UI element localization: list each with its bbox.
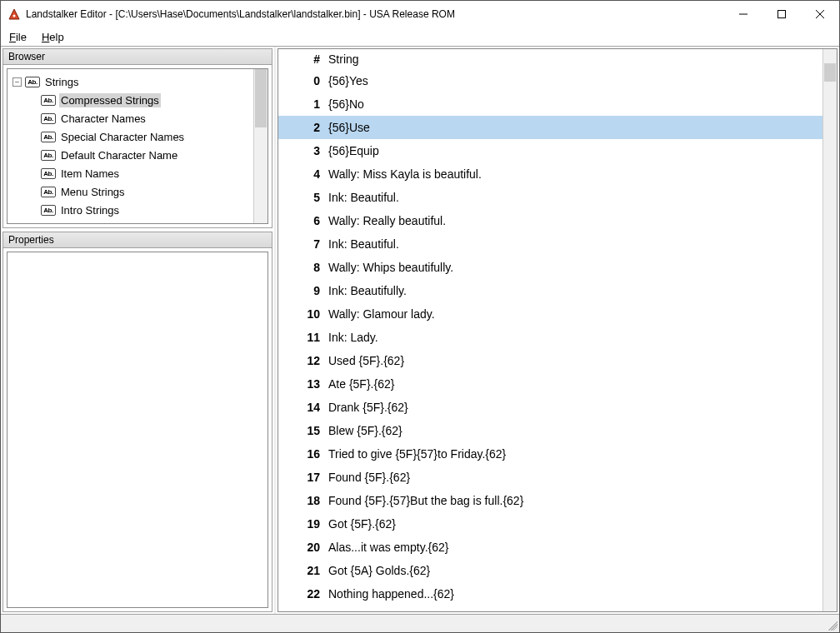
row-number: 7 bbox=[285, 237, 328, 251]
minimize-button[interactable] bbox=[724, 1, 762, 27]
row-number: 4 bbox=[285, 167, 328, 181]
list-header[interactable]: #String bbox=[278, 49, 822, 69]
col-header-string[interactable]: String bbox=[328, 52, 822, 66]
string-category-icon: Ab. bbox=[41, 150, 56, 161]
list-row[interactable]: 16Tried to give {5F}{57}to Friday.{62} bbox=[278, 442, 822, 466]
list-scrollbar[interactable] bbox=[822, 49, 837, 611]
properties-panel: Properties bbox=[2, 232, 272, 612]
svg-rect-2 bbox=[778, 11, 786, 18]
list-row[interactable]: 20Alas...it was empty.{62} bbox=[278, 536, 822, 559]
tree-item[interactable]: Ab.Menu Strings bbox=[11, 182, 268, 201]
row-string: Drank {5F}.{62} bbox=[328, 401, 822, 414]
row-string: Ink: Lady. bbox=[328, 331, 822, 344]
close-button[interactable] bbox=[801, 1, 839, 27]
tree-item[interactable]: Ab.Item Names bbox=[11, 164, 268, 182]
string-category-icon: Ab. bbox=[41, 168, 56, 179]
list-row[interactable]: 10Wally: Glamour lady. bbox=[278, 302, 822, 326]
string-category-icon: Ab. bbox=[41, 187, 56, 197]
app-icon bbox=[8, 7, 21, 21]
properties-body[interactable] bbox=[7, 252, 268, 608]
list-row[interactable]: 21Got {5A} Golds.{62} bbox=[278, 559, 822, 582]
row-string: Got {5A} Golds.{62} bbox=[328, 564, 822, 577]
tree-item[interactable]: Ab.Character Names bbox=[11, 109, 268, 127]
tree-label: Strings bbox=[43, 75, 80, 89]
row-string: Found {5F}.{57}But the bag is full.{62} bbox=[328, 494, 822, 507]
row-number: 9 bbox=[285, 284, 328, 297]
row-string: Nothing happened...{62} bbox=[328, 587, 822, 601]
row-string: Found {5F}.{62} bbox=[328, 471, 822, 484]
window-title: Landstalker Editor - [C:\Users\Hase\Docu… bbox=[26, 8, 455, 20]
list-row[interactable]: 15Blew {5F}.{62} bbox=[278, 419, 822, 442]
row-number: 21 bbox=[285, 564, 328, 577]
row-string: Tried to give {5F}{57}to Friday.{62} bbox=[328, 447, 822, 461]
resize-grip[interactable] bbox=[826, 619, 838, 631]
list-row[interactable]: 0{56}Yes bbox=[278, 69, 822, 92]
row-number: 20 bbox=[285, 541, 328, 554]
row-number: 5 bbox=[285, 191, 328, 204]
row-string: Alas...it was empty.{62} bbox=[328, 541, 822, 554]
titlebar[interactable]: Landstalker Editor - [C:\Users\Hase\Docu… bbox=[1, 1, 839, 27]
row-number: 19 bbox=[285, 517, 328, 531]
tree-label: Default Character Name bbox=[59, 148, 179, 162]
row-number: 13 bbox=[285, 377, 328, 391]
list-row[interactable]: 7Ink: Beautiful. bbox=[278, 232, 822, 256]
list-row[interactable]: 13Ate {5F}.{62} bbox=[278, 372, 822, 396]
list-row[interactable]: 8Wally: Whips beautifully. bbox=[278, 256, 822, 279]
list-row[interactable]: 12Used {5F}.{62} bbox=[278, 349, 822, 372]
list-row[interactable]: 2{56}Use bbox=[278, 116, 822, 139]
maximize-button[interactable] bbox=[762, 1, 801, 27]
list-row[interactable]: 4Wally: Miss Kayla is beautiful. bbox=[278, 162, 822, 186]
tree-item[interactable]: Ab.Intro Strings bbox=[11, 201, 268, 219]
list-row[interactable]: 19Got {5F}.{62} bbox=[278, 512, 822, 536]
string-list[interactable]: #String0{56}Yes1{56}No2{56}Use3{56}Equip… bbox=[278, 48, 838, 612]
row-number: 0 bbox=[285, 74, 328, 87]
collapse-icon[interactable]: − bbox=[12, 77, 22, 87]
string-category-icon: Ab. bbox=[41, 132, 56, 142]
tree-view[interactable]: −Ab.StringsAb.Compressed StringsAb.Chara… bbox=[7, 68, 268, 224]
right-pane: #String0{56}Yes1{56}No2{56}Use3{56}Equip… bbox=[276, 47, 839, 614]
list-row[interactable]: 1{56}No bbox=[278, 92, 822, 116]
col-header-num[interactable]: # bbox=[285, 52, 328, 66]
row-string: {56}Equip bbox=[328, 144, 822, 157]
row-number: 6 bbox=[285, 214, 328, 227]
menu-file[interactable]: File bbox=[6, 29, 30, 45]
row-string: Ink: Beautiful. bbox=[328, 191, 822, 204]
tree-root[interactable]: −Ab.Strings bbox=[11, 72, 268, 91]
tree-label: Compressed Strings bbox=[59, 93, 161, 107]
list-row[interactable]: 3{56}Equip bbox=[278, 139, 822, 162]
list-row[interactable]: 17Found {5F}.{62} bbox=[278, 466, 822, 489]
menubar: File Help bbox=[1, 27, 839, 46]
row-string: {56}Yes bbox=[328, 74, 822, 87]
row-number: 16 bbox=[285, 447, 328, 461]
list-row[interactable]: 18Found {5F}.{57}But the bag is full.{62… bbox=[278, 489, 822, 512]
row-string: Wally: Miss Kayla is beautiful. bbox=[328, 167, 822, 181]
row-number: 12 bbox=[285, 354, 328, 367]
list-row[interactable]: 5Ink: Beautiful. bbox=[278, 186, 822, 209]
row-number: 11 bbox=[285, 331, 328, 344]
row-number: 2 bbox=[285, 121, 328, 134]
list-row[interactable]: 6Wally: Really beautiful. bbox=[278, 209, 822, 232]
row-number: 15 bbox=[285, 424, 328, 437]
list-row[interactable]: 9Ink: Beautifully. bbox=[278, 279, 822, 302]
row-number: 17 bbox=[285, 471, 328, 484]
tree-label: Menu Strings bbox=[59, 185, 127, 199]
row-string: Ate {5F}.{62} bbox=[328, 377, 822, 391]
menu-help[interactable]: Help bbox=[38, 29, 68, 45]
row-number: 10 bbox=[285, 307, 328, 321]
browser-panel-header: Browser bbox=[3, 49, 272, 65]
row-string: Used {5F}.{62} bbox=[328, 354, 822, 367]
statusbar bbox=[1, 614, 839, 632]
list-row[interactable]: 14Drank {5F}.{62} bbox=[278, 396, 822, 419]
row-string: {56}Use bbox=[328, 121, 822, 134]
row-string: {56}No bbox=[328, 97, 822, 111]
list-row[interactable]: 22Nothing happened...{62} bbox=[278, 582, 822, 606]
tree-item[interactable]: Ab.Default Character Name bbox=[11, 146, 268, 164]
tree-scrollbar[interactable] bbox=[253, 69, 268, 223]
tree-item[interactable]: Ab.Compressed Strings bbox=[11, 91, 268, 109]
row-number: 1 bbox=[285, 97, 328, 111]
list-row[interactable]: 11Ink: Lady. bbox=[278, 326, 822, 349]
row-number: 14 bbox=[285, 401, 328, 414]
tree-item[interactable]: Ab.Special Character Names bbox=[11, 127, 268, 146]
row-number: 3 bbox=[285, 144, 328, 157]
left-pane: Browser −Ab.StringsAb.Compressed Strings… bbox=[1, 47, 276, 614]
